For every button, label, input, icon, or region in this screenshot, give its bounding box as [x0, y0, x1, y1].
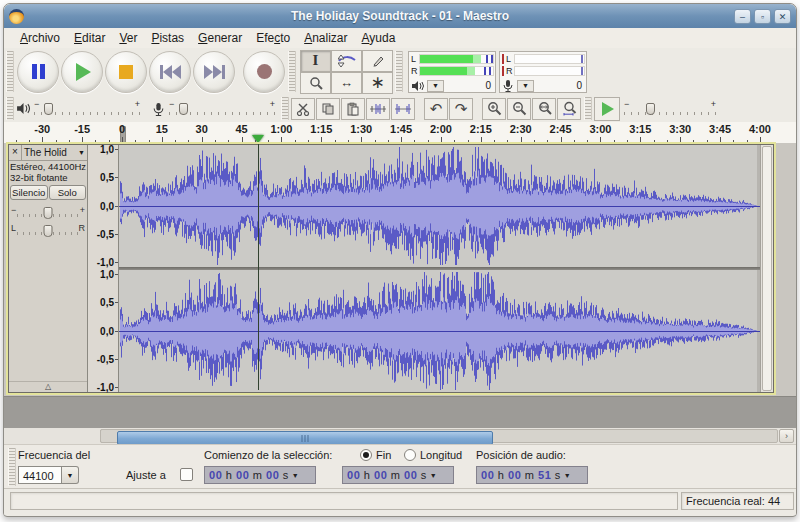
track-control-panel[interactable]: × The Holid▼ Estéreo, 44100Hz 32-bit flo… — [9, 145, 88, 392]
selection-end-field[interactable]: 00 h 00 m 00 s▼ — [342, 466, 454, 484]
record-button[interactable] — [243, 51, 285, 93]
amplitude-value: 0,0 — [100, 326, 114, 337]
track-menu-arrow-icon: ▼ — [78, 149, 87, 156]
horizontal-scrollbar-thumb[interactable] — [117, 431, 493, 445]
menu-ayuda[interactable]: Ayuda — [355, 29, 403, 47]
record-meter-dropdown[interactable]: ▼ — [517, 80, 534, 92]
edit-toolbar-grip[interactable] — [281, 97, 289, 120]
fit-project-button[interactable] — [557, 98, 581, 120]
waveform-display[interactable] — [119, 145, 773, 392]
project-rate-dropdown-icon[interactable]: ▼ — [62, 466, 79, 484]
playback-meter-dropdown[interactable]: ▼ — [427, 80, 444, 92]
playback-level-right — [420, 67, 467, 75]
silence-icon — [395, 103, 411, 115]
playback-speed-slider[interactable]: − + — [624, 102, 716, 116]
envelope-tool-button[interactable] — [331, 50, 362, 72]
trim-audio-button[interactable] — [366, 98, 390, 120]
zoom-in-button[interactable] — [482, 98, 506, 120]
menu-ver[interactable]: Ver — [112, 29, 144, 47]
output-volume-slider[interactable]: − + — [34, 102, 140, 116]
output-volume-thumb[interactable] — [44, 103, 53, 115]
end-radio[interactable] — [360, 449, 372, 461]
status-bar: Frecuencia real: 44 — [4, 488, 796, 515]
menu-generar[interactable]: Generar — [191, 29, 249, 47]
meter-toolbar-grip[interactable] — [395, 51, 403, 91]
output-speaker-icon — [16, 102, 30, 115]
fit-selection-button[interactable] — [532, 98, 556, 120]
waveform-left-channel[interactable] — [119, 145, 760, 267]
stop-button[interactable] — [105, 51, 147, 93]
menu-pistas[interactable]: Pistas — [144, 29, 191, 47]
pause-button[interactable] — [17, 51, 59, 93]
menu-archivo[interactable]: Archivo — [13, 29, 67, 47]
input-volume-thumb[interactable] — [179, 103, 188, 115]
play-at-speed-button[interactable] — [594, 97, 620, 121]
multi-tool-button[interactable]: ∗ — [362, 72, 393, 94]
silence-audio-button[interactable] — [391, 98, 415, 120]
cut-button[interactable] — [291, 98, 315, 120]
project-rate-combo[interactable]: 44100 ▼ — [18, 466, 79, 484]
undo-button[interactable]: ↶ — [424, 98, 448, 120]
empty-track-deck — [4, 396, 796, 429]
input-volume-slider[interactable]: − + — [169, 102, 275, 116]
snap-to-checkbox[interactable] — [180, 468, 193, 481]
copy-button[interactable] — [316, 98, 340, 120]
play-at-speed-icon — [602, 102, 614, 116]
zoom-tool-button[interactable] — [300, 72, 331, 94]
selection-start-field[interactable]: 00 h 00 m 00 s▼ — [204, 466, 316, 484]
waveform-right-channel[interactable] — [119, 270, 760, 392]
horizontal-scrollbar-track[interactable] — [100, 429, 778, 443]
paste-button[interactable] — [341, 98, 365, 120]
record-meter-red-tick — [502, 54, 504, 64]
close-button[interactable]: ✕ — [774, 9, 791, 24]
play-position-triangle-icon — [252, 135, 264, 143]
minimize-button[interactable]: – — [734, 9, 751, 24]
record-meter[interactable]: L R ▼ 0 — [499, 51, 587, 93]
selection-end-dropdown-icon[interactable]: ▼ — [430, 472, 437, 479]
audio-position-field[interactable]: 00 h 00 m 51 s▼ — [476, 466, 588, 484]
track-close-button[interactable]: × — [9, 145, 22, 160]
title-bar[interactable]: The Holiday Soundtrack - 01 - Maestro – … — [4, 4, 796, 28]
timeline-ruler[interactable]: -30-1501530451:001:151:301:452:002:152:3… — [4, 122, 796, 144]
pan-slider[interactable]: L R — [15, 223, 81, 238]
record-meter-zero: 0 — [576, 80, 584, 91]
ruler-label: 3:30 — [669, 123, 691, 135]
project-rate-value[interactable]: 44100 — [18, 466, 62, 484]
menu-efecto[interactable]: Efecto — [249, 29, 297, 47]
menu-editar[interactable]: Editar — [67, 29, 112, 47]
solo-button[interactable]: Solo — [49, 185, 87, 200]
vertical-rulers[interactable]: 1,00,50,0-0,5-1,01,00,50,0-0,5-1,0 — [88, 145, 119, 392]
audio-position-dropdown-icon[interactable]: ▼ — [564, 472, 571, 479]
mixer-toolbar-grip[interactable] — [6, 97, 14, 120]
horizontal-scrollbar[interactable]: ‹ › — [4, 428, 796, 444]
maximize-button[interactable]: ▫ — [754, 9, 771, 24]
draw-tool-button[interactable] — [362, 50, 393, 72]
tools-toolbar-grip[interactable] — [288, 51, 296, 91]
skip-to-end-button[interactable] — [193, 51, 235, 93]
pan-thumb[interactable] — [44, 225, 53, 237]
play-button[interactable] — [61, 51, 103, 93]
toolbar-row-1: I ↔ ∗ L R ▼ 0 L R — [4, 48, 796, 96]
playback-speed-thumb[interactable] — [646, 103, 655, 115]
transport-toolbar-grip[interactable] — [6, 51, 14, 91]
selection-tool-button[interactable]: I — [300, 50, 331, 72]
length-radio[interactable] — [404, 449, 416, 461]
transcription-toolbar-grip[interactable] — [584, 97, 592, 120]
selection-toolbar-grip[interactable] — [8, 448, 16, 486]
playback-meter[interactable]: L R ▼ 0 — [408, 51, 496, 93]
skip-to-start-button[interactable] — [149, 51, 191, 93]
gain-thumb[interactable] — [44, 207, 53, 219]
scroll-right-button[interactable]: › — [779, 429, 794, 443]
vertical-scrollbar[interactable] — [760, 145, 773, 392]
stereo-track[interactable]: × The Holid▼ Estéreo, 44100Hz 32-bit flo… — [8, 144, 774, 393]
mute-button[interactable]: Silencio — [10, 185, 48, 200]
timeshift-tool-button[interactable]: ↔ — [331, 72, 362, 94]
track-collapse-handle[interactable]: △ — [9, 381, 87, 391]
menu-analizar[interactable]: Analizar — [297, 29, 354, 47]
zoom-out-button[interactable] — [507, 98, 531, 120]
gain-slider[interactable]: − + — [15, 205, 81, 220]
redo-button[interactable]: ↷ — [449, 98, 473, 120]
vertical-scrollbar-thumb[interactable] — [762, 146, 772, 391]
track-name-menu[interactable]: The Holid▼ — [22, 145, 87, 160]
selection-start-dropdown-icon[interactable]: ▼ — [292, 472, 299, 479]
